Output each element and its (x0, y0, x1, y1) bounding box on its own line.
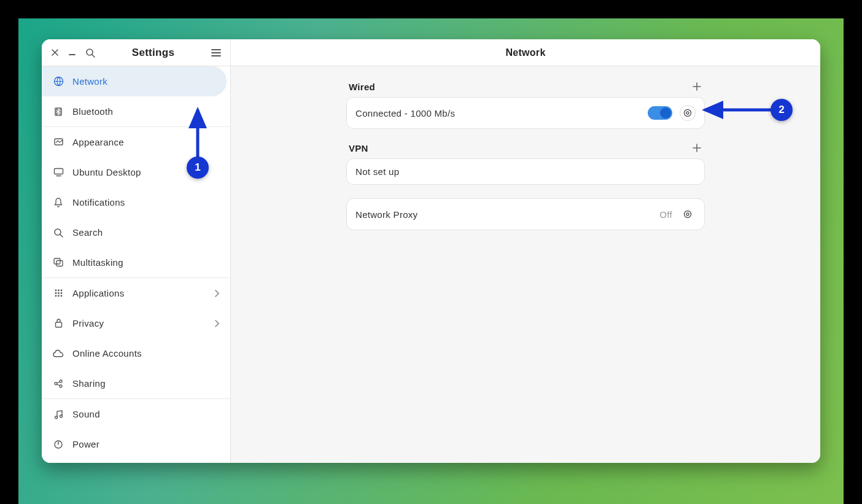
sidebar-item-appearance[interactable]: Appearance (42, 127, 230, 157)
settings-window: Settings Network Bluetooth (42, 39, 820, 463)
sidebar-item-network[interactable]: Network (42, 66, 227, 96)
gear-icon (683, 108, 693, 118)
sidebar-item-label: Privacy (72, 318, 206, 328)
proxy-settings-button[interactable] (680, 206, 696, 222)
svg-point-9 (58, 290, 60, 292)
svg-point-18 (55, 382, 57, 385)
sidebar-item-bluetooth[interactable]: Bluetooth (42, 96, 230, 126)
main-body: Wired Connected - 1000 Mb/s (231, 66, 820, 463)
vpn-section: VPN Not set up (346, 142, 705, 185)
proxy-row[interactable]: Network Proxy Off (346, 198, 705, 230)
sidebar-item-applications[interactable]: Applications (42, 278, 230, 308)
sidebar-item-label: Appearance (72, 137, 219, 147)
sidebar-item-search[interactable]: Search (42, 217, 230, 247)
annotation-callout-2: 2 (771, 99, 793, 121)
svg-rect-4 (54, 169, 63, 174)
sidebar-item-label: Network (72, 76, 216, 87)
wired-status: Connected - 1000 Mb/s (355, 108, 640, 118)
proxy-section: Network Proxy Off (346, 198, 705, 230)
sidebar-item-label: Bluetooth (72, 106, 219, 117)
sidebar: Settings Network Bluetooth (42, 39, 231, 463)
svg-rect-17 (55, 322, 61, 327)
power-icon (53, 439, 64, 450)
vpn-row: Not set up (346, 158, 705, 185)
cloud-icon (53, 348, 64, 359)
wired-section: Wired Connected - 1000 Mb/s (346, 81, 705, 129)
main-title: Network (231, 39, 820, 66)
main-panel: Network Wired Connected - 1000 Mb/s (231, 39, 820, 463)
search-icon (53, 227, 64, 238)
sidebar-item-label: Sharing (72, 378, 219, 389)
sidebar-item-label: Search (72, 227, 219, 238)
sidebar-header: Settings (42, 39, 230, 66)
proxy-status: Off (659, 209, 672, 220)
svg-point-13 (60, 292, 62, 294)
chevron-right-icon (214, 290, 219, 297)
sidebar-item-label: Power (72, 439, 219, 449)
svg-point-8 (55, 290, 56, 292)
wired-title: Wired (349, 82, 375, 92)
svg-point-10 (60, 290, 62, 292)
sidebar-item-online-accounts[interactable]: Online Accounts (42, 338, 230, 368)
sidebar-item-notifications[interactable]: Notifications (42, 187, 230, 217)
sidebar-item-sound[interactable]: Sound (42, 399, 230, 429)
sidebar-item-label: Sound (72, 409, 219, 419)
svg-point-21 (55, 416, 57, 419)
sidebar-item-label: Multitasking (72, 257, 219, 268)
lock-icon (53, 318, 64, 329)
sidebar-list: Network Bluetooth Appearance (42, 66, 230, 463)
sidebar-item-multitasking[interactable]: Multitasking (42, 247, 230, 277)
add-vpn-button[interactable] (691, 142, 702, 153)
sidebar-item-power[interactable]: Power (42, 429, 230, 459)
multitasking-icon (53, 257, 64, 268)
chevron-right-icon (214, 320, 219, 327)
desktop-icon (53, 167, 64, 178)
sidebar-item-label: Notifications (72, 197, 219, 207)
svg-point-11 (55, 292, 56, 294)
svg-point-26 (685, 211, 691, 218)
bell-icon (53, 197, 64, 208)
bluetooth-icon (53, 106, 64, 117)
svg-point-16 (60, 295, 62, 297)
svg-point-19 (60, 380, 62, 382)
vpn-title: VPN (349, 143, 368, 153)
annotation-callout-1: 1 (187, 157, 209, 179)
wired-toggle[interactable] (648, 106, 672, 120)
svg-point-24 (685, 110, 691, 117)
wired-connection-row: Connected - 1000 Mb/s (346, 97, 705, 129)
svg-rect-7 (56, 261, 63, 266)
add-wired-button[interactable] (691, 81, 702, 92)
svg-point-20 (60, 385, 62, 387)
sidebar-item-sharing[interactable]: Sharing (42, 368, 230, 398)
gear-icon (683, 209, 693, 219)
svg-point-27 (686, 213, 689, 215)
music-icon (53, 409, 64, 420)
svg-point-14 (55, 295, 56, 297)
share-icon (53, 378, 64, 389)
minimize-icon[interactable] (68, 48, 76, 57)
globe-icon (53, 76, 64, 87)
svg-point-25 (686, 112, 689, 114)
grid-icon (53, 288, 64, 299)
appearance-icon (53, 137, 64, 148)
sidebar-item-label: Online Accounts (72, 348, 219, 359)
close-icon[interactable] (50, 48, 59, 57)
hamburger-icon[interactable] (211, 47, 222, 58)
svg-point-22 (60, 415, 62, 417)
svg-point-12 (58, 292, 60, 294)
wired-settings-button[interactable] (680, 105, 696, 121)
search-icon[interactable] (85, 47, 96, 58)
proxy-title: Network Proxy (355, 209, 652, 220)
svg-rect-6 (54, 258, 60, 264)
desktop-background: Settings Network Bluetooth (18, 18, 844, 504)
sidebar-item-privacy[interactable]: Privacy (42, 308, 230, 338)
vpn-status: Not set up (355, 166, 696, 177)
svg-point-15 (58, 295, 60, 297)
sidebar-title: Settings (104, 47, 202, 59)
sidebar-item-label: Applications (72, 288, 206, 298)
